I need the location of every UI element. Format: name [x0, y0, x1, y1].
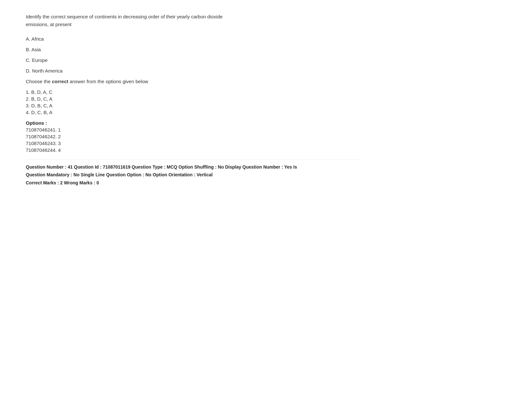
option-a: A. Africa: [26, 36, 361, 42]
instruction-suffix: answer from the options given below: [68, 79, 148, 84]
metadata-line1: Question Number : 41 Question Id : 71087…: [26, 163, 361, 171]
metadata-section: Question Number : 41 Question Id : 71087…: [26, 159, 361, 185]
answer-option-3: 3. D, B, C, A: [26, 103, 361, 108]
options-section: Options : 71087046241. 1 71087046242. 2 …: [26, 120, 361, 153]
instruction-bold: correct: [52, 79, 68, 84]
instruction-text: Choose the correct answer from the optio…: [26, 79, 361, 84]
answer-options: 1. B, D, A, C 2. B, D, C, A 3. D, B, C, …: [26, 89, 361, 115]
metadata-line2: Question Mandatory : No Single Line Ques…: [26, 171, 361, 179]
marks-line: Correct Marks : 2 Wrong Marks : 0: [26, 180, 361, 185]
option-id-4: 71087046244. 4: [26, 147, 361, 153]
question-text: Identify the correct sequence of contine…: [26, 13, 361, 28]
page-container: Identify the correct sequence of contine…: [0, 0, 387, 198]
option-d: D. North America: [26, 68, 361, 73]
question-line2: emissions, at present: [26, 22, 72, 27]
answer-option-2: 2. B, D, C, A: [26, 96, 361, 102]
option-b: B. Asia: [26, 47, 361, 52]
instruction-prefix: Choose the: [26, 79, 52, 84]
question-line1: Identify the correct sequence of contine…: [26, 14, 222, 19]
options-label: Options :: [26, 120, 361, 126]
option-id-3: 71087046243. 3: [26, 141, 361, 146]
option-id-1: 71087046241. 1: [26, 127, 361, 132]
option-id-2: 71087046242. 2: [26, 134, 361, 139]
answer-option-1: 1. B, D, A, C: [26, 89, 361, 95]
answer-option-4: 4. D, C, B, A: [26, 110, 361, 115]
option-c: C. Europe: [26, 57, 361, 63]
